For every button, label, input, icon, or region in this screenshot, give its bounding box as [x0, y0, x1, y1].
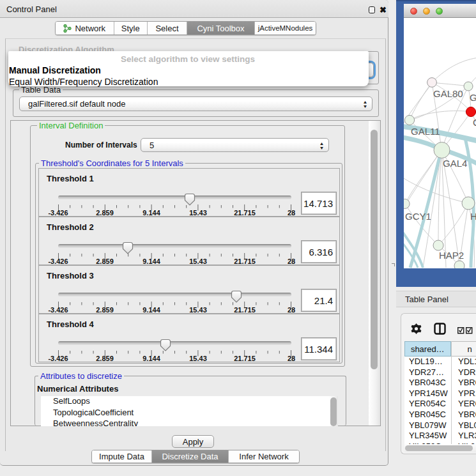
svg-text:HAP2: HAP2 — [439, 250, 464, 261]
svg-text:GAL11: GAL11 — [411, 126, 440, 137]
svg-text:GA: GA — [470, 92, 476, 103]
svg-text:GAL80: GAL80 — [433, 88, 463, 99]
svg-text:GAL4: GAL4 — [443, 158, 467, 169]
svg-text:H: H — [470, 211, 476, 222]
svg-text:C: C — [473, 117, 476, 128]
svg-text:GCY1: GCY1 — [405, 211, 431, 222]
